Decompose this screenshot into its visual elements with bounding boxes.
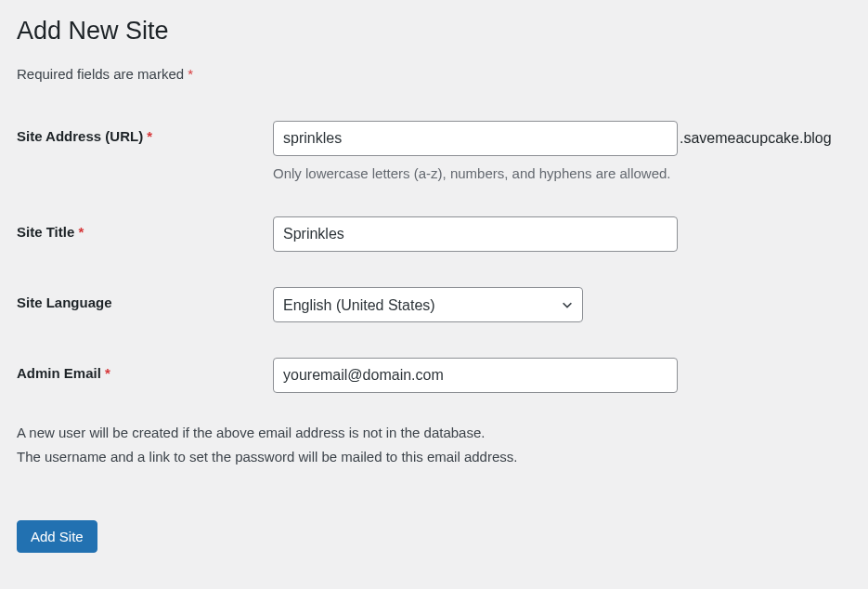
admin-email-label: Admin Email * — [17, 365, 110, 381]
required-marker-icon: * — [188, 66, 193, 82]
required-marker-icon: * — [147, 128, 152, 144]
required-marker-icon: * — [105, 365, 110, 381]
site-address-input[interactable] — [273, 121, 678, 156]
site-address-row: Site Address (URL) * .savemeacupcake.blo… — [17, 121, 851, 181]
site-title-row: Site Title * — [17, 216, 851, 252]
site-language-select[interactable]: English (United States) — [273, 287, 583, 322]
site-language-label: Site Language — [17, 294, 112, 310]
page-title: Add New Site — [17, 17, 851, 46]
email-info-block: A new user will be created if the above … — [17, 421, 851, 468]
admin-email-input[interactable] — [273, 358, 678, 393]
admin-email-row: Admin Email * — [17, 358, 851, 393]
email-info-line2: The username and a link to set the passw… — [17, 445, 851, 469]
email-info-line1: A new user will be created if the above … — [17, 421, 851, 445]
site-address-help: Only lowercase letters (a-z), numbers, a… — [273, 165, 851, 181]
site-title-input[interactable] — [273, 216, 678, 252]
add-site-button[interactable]: Add Site — [17, 520, 97, 553]
required-fields-note: Required fields are marked * — [17, 66, 851, 82]
site-language-row: Site Language English (United States) — [17, 287, 851, 322]
required-marker-icon: * — [78, 224, 84, 240]
domain-suffix: .savemeacupcake.blog — [680, 130, 832, 147]
site-address-label: Site Address (URL) * — [17, 128, 152, 144]
site-title-label: Site Title * — [17, 224, 84, 240]
